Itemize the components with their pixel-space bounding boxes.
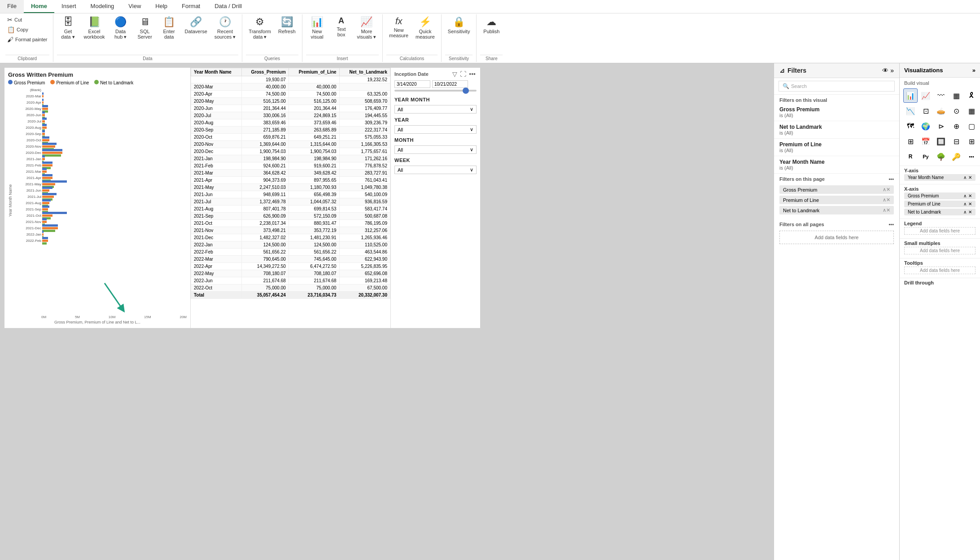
viz-icon-pie[interactable]: 🥧 (934, 104, 948, 118)
x-axis-ntl-chevron-icon[interactable]: ∧ (963, 210, 967, 214)
viz-icon-more[interactable]: ••• (964, 149, 979, 164)
week-dropdown[interactable]: All ∨ (394, 166, 477, 174)
sensitivity-button[interactable]: 🔒 Sensitivity (445, 15, 473, 35)
filter-icon[interactable]: ▽ (451, 70, 458, 79)
x-axis-net-to-landmark-chip[interactable]: Net to Landmark ∧✕ (904, 209, 976, 215)
tab-file[interactable]: File (0, 0, 24, 13)
x-axis-pol-chevron-icon[interactable]: ∧ (963, 201, 967, 206)
y-axis-chevron-icon[interactable]: ∧ (963, 175, 967, 180)
viz-icon-gauge[interactable]: ⊕ (949, 119, 963, 133)
small-multiples-add-field-button[interactable]: Add data fields here (904, 247, 976, 254)
viz-icon-key-influencers[interactable]: 🔑 (949, 149, 963, 164)
close-premium-of-line-icon[interactable]: ∧✕ (883, 197, 890, 203)
tooltips-add-field-button[interactable]: Add data fields here (904, 267, 976, 274)
col-premium-of-line[interactable]: Premium_of_Line (289, 68, 339, 76)
viz-icon-decomp-tree[interactable]: 🌳 (934, 149, 948, 164)
viz-icon-matrix[interactable]: ⊞ (964, 134, 979, 149)
refresh-button[interactable]: 🔄 Refresh (276, 15, 298, 35)
viz-icon-waterfall[interactable]: 📉 (903, 104, 918, 118)
publish-button[interactable]: ☁ Publish (480, 15, 503, 35)
viz-icon-area-chart[interactable]: 〰 (934, 88, 948, 103)
viz-icon-bar-chart[interactable]: 📊 (903, 88, 918, 103)
data-hub-button[interactable]: 🔵 Datahub ▾ (109, 15, 132, 41)
dataverse-button[interactable]: 🔗 Dataverse (182, 15, 210, 35)
excel-workbook-button[interactable]: 📗 Excelworkbook (81, 15, 108, 40)
x-axis-pol-remove-icon[interactable]: ✕ (968, 201, 972, 206)
field-premium-of-line-chip[interactable]: Premium of Line ∧✕ (779, 196, 894, 204)
col-year-month-name[interactable]: Year Month Name (191, 68, 242, 76)
viz-icon-line-chart[interactable]: 📈 (919, 88, 933, 103)
viz-icon-slicer[interactable]: 🔲 (934, 134, 948, 149)
tab-view[interactable]: View (121, 0, 148, 13)
filter-premium-of-line[interactable]: Premium of Line is (All) (774, 139, 899, 156)
filter-collapse-icon[interactable]: » (890, 67, 894, 74)
viz-icon-ribbon[interactable]: 🎗 (964, 88, 979, 103)
page-filter-fields: Gross Premium ∧✕ Premium of Line ∧✕ Net … (774, 183, 899, 219)
table-panel[interactable]: Year Month Name Gross_Premium Premium_of… (191, 68, 390, 328)
add-all-pages-data-button[interactable]: Add data fields here (779, 231, 894, 244)
tab-data-drill[interactable]: Data / Drill (207, 0, 249, 13)
tab-modeling[interactable]: Modeling (83, 0, 122, 13)
field-net-to-landmark-chip[interactable]: Net to Landmark ∧✕ (779, 206, 894, 214)
col-gross-premium[interactable]: Gross_Premium (241, 68, 289, 76)
copy-button[interactable]: 📋 Copy (5, 25, 49, 34)
date-slider[interactable] (394, 90, 477, 92)
tab-help[interactable]: Help (148, 0, 175, 13)
filter-year-month-name[interactable]: Year Month Name is (All) (774, 156, 899, 174)
filter-eye-icon[interactable]: 👁 (882, 67, 888, 74)
viz-icon-py[interactable]: Py (919, 149, 933, 164)
viz-icon-map[interactable]: 🗺 (903, 119, 918, 133)
legend-add-field-button[interactable]: Add data fields here (904, 227, 976, 235)
year-dropdown[interactable]: All ∨ (394, 125, 477, 134)
new-measure-button[interactable]: fx Newmeasure (386, 15, 411, 39)
new-visual-button[interactable]: 📊 Newvisual (306, 15, 328, 40)
viz-icon-table[interactable]: ⊟ (949, 134, 963, 149)
close-gross-premium-icon[interactable]: ∧✕ (883, 187, 890, 192)
get-data-button[interactable]: 🗄 Getdata ▾ (57, 15, 79, 41)
viz-icon-stacked-bar[interactable]: ▦ (949, 88, 963, 103)
y-axis-field-chip[interactable]: Year Month Name ∧ ✕ (904, 174, 976, 181)
more-visuals-button[interactable]: 📈 Morevisuals ▾ (354, 15, 379, 41)
enter-data-button[interactable]: 📋 Enterdata (158, 15, 180, 40)
transform-data-button[interactable]: ⚙ Transformdata ▾ (246, 15, 274, 41)
close-net-to-landmark-icon[interactable]: ∧✕ (883, 207, 890, 213)
viz-icon-card[interactable]: ▢ (964, 119, 979, 133)
year-month-dropdown[interactable]: All ∨ (394, 105, 477, 114)
filter-net-to-landmark[interactable]: Net to Landmark is (All) (774, 121, 899, 139)
filter-gross-premium[interactable]: Gross Premium is (All) (774, 104, 899, 121)
all-pages-filter-more-icon[interactable]: ••• (888, 222, 894, 227)
viz-icon-kpi[interactable]: 📅 (919, 134, 933, 149)
viz-expand-icon[interactable]: » (972, 67, 976, 74)
recent-sources-button[interactable]: 🕐 Recentsources ▾ (212, 15, 239, 41)
viz-icon-scatter[interactable]: ⊡ (919, 104, 933, 118)
focus-icon[interactable]: ⛶ (459, 70, 467, 79)
viz-icon-funnel[interactable]: ⊳ (934, 119, 948, 133)
viz-icon-donut[interactable]: ⊙ (949, 104, 963, 118)
y-axis-remove-icon[interactable]: ✕ (968, 175, 972, 180)
tab-home[interactable]: Home (24, 0, 54, 13)
date-start-input[interactable] (394, 80, 430, 88)
col-net-to-landmark[interactable]: Net_to_Landmark (339, 68, 390, 76)
format-painter-button[interactable]: 🖌 Format painter (5, 35, 49, 44)
quick-measure-button[interactable]: ⚡ Quickmeasure (413, 15, 438, 40)
cut-button[interactable]: ✂ Cut (5, 15, 49, 24)
viz-icon-multi-card[interactable]: ⊞ (903, 134, 918, 149)
filter-search-box[interactable]: 🔍 Search (779, 81, 895, 92)
month-dropdown[interactable]: All ∨ (394, 145, 477, 154)
text-box-button[interactable]: A Textbox (330, 15, 353, 38)
more-options-icon[interactable]: ••• (468, 70, 477, 79)
page-filter-more-icon[interactable]: ••• (888, 176, 894, 182)
x-axis-gp-remove-icon[interactable]: ✕ (968, 193, 972, 198)
x-axis-gross-premium-chip[interactable]: Gross Premium ∧✕ (904, 192, 976, 199)
x-axis-ntl-remove-icon[interactable]: ✕ (968, 210, 972, 214)
viz-icon-r[interactable]: R (903, 149, 918, 164)
x-axis-premium-of-line-chip[interactable]: Premium of Line ∧✕ (904, 201, 976, 207)
date-end-input[interactable] (432, 80, 468, 88)
tab-format[interactable]: Format (175, 0, 207, 13)
sql-server-button[interactable]: 🖥 SQLServer (134, 15, 156, 40)
field-gross-premium-chip[interactable]: Gross Premium ∧✕ (779, 185, 894, 194)
x-axis-gp-chevron-icon[interactable]: ∧ (963, 193, 967, 198)
tab-insert[interactable]: Insert (54, 0, 83, 13)
viz-icon-filled-map[interactable]: 🌍 (919, 119, 933, 133)
viz-icon-treemap[interactable]: ▦ (964, 104, 979, 118)
